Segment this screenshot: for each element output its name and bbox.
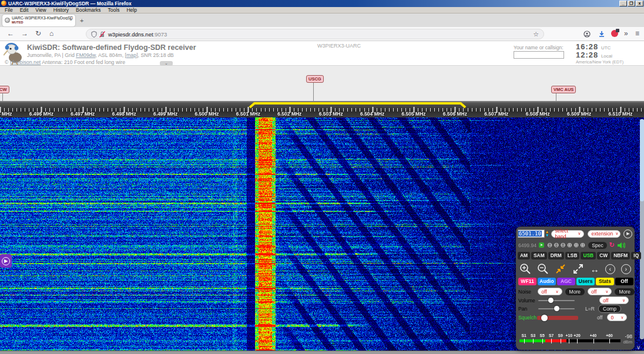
header-collapse-button[interactable]: ⌄ (160, 61, 173, 66)
smeter-label: S7 (549, 333, 554, 338)
menu-history[interactable]: History (53, 7, 69, 13)
account-icon[interactable] (583, 31, 591, 38)
reload-icon[interactable]: ↻ (35, 29, 41, 38)
panel-tab-wf11[interactable]: WF11 (518, 278, 536, 285)
new-tab-button[interactable]: + (80, 17, 83, 24)
zoom-in-step-icon[interactable]: ⊕ (573, 242, 579, 248)
panel-collapse-chevron[interactable]: ∨ (636, 344, 640, 350)
band-marker-vmc-aus[interactable]: VMC AUS (551, 86, 576, 93)
grid-link[interactable]: FM09dw (76, 52, 95, 58)
frequency-scale[interactable] (0, 101, 644, 117)
squelch-tail-dropdown[interactable]: 0∨ (607, 313, 627, 321)
scrollbar-thumb[interactable] (640, 119, 644, 201)
browser-tab[interactable]: UARC-W3PIERX3-KiwiFlyDogSDR MUTED × (2, 15, 75, 26)
shift-band-icon[interactable]: ↔ (591, 264, 599, 274)
mode-button-am[interactable]: AM (518, 252, 530, 259)
tab-favicon-icon (5, 18, 10, 23)
bookmark-star-icon[interactable]: ☆ (533, 31, 539, 38)
band-marker-cw[interactable]: CW (0, 86, 9, 93)
expand-icon[interactable] (572, 263, 584, 275)
menu-help[interactable]: Help (126, 7, 136, 13)
url-host[interactable]: w3piesdr.ddns.net (108, 31, 153, 38)
noise-filter-dropdown[interactable]: off∨ (588, 288, 612, 295)
noise-more-button[interactable]: More (565, 288, 585, 295)
mode-button-lsb[interactable]: LSB (565, 252, 580, 259)
restore-button[interactable]: ❐ (628, 1, 635, 6)
extension-badge-icon[interactable] (611, 30, 618, 37)
menu-bookmarks[interactable]: Bookmarks (76, 7, 101, 13)
smeter-label: S9 (558, 333, 562, 338)
zoom-in-step-icon[interactable]: ⊕ (580, 242, 585, 248)
frequency-input[interactable]: 6501.10 (518, 230, 545, 238)
extension-dropdown[interactable]: extension∨ (588, 230, 620, 238)
step-left-icon[interactable]: ‹ (605, 264, 615, 274)
home-icon[interactable]: ⌂ (49, 29, 53, 38)
map-link[interactable]: map (126, 52, 136, 58)
open-control-panel-button[interactable]: ▶ (0, 254, 12, 268)
mode-button-nbfm[interactable]: NBFM (611, 252, 630, 259)
url-port[interactable]: :9073 (153, 31, 167, 38)
panel-tab-off[interactable]: Off (615, 278, 633, 285)
comp-button[interactable]: Comp (598, 305, 621, 313)
zoom-in-step-icon[interactable]: ⊕ (567, 242, 572, 248)
download-icon[interactable] (598, 31, 605, 38)
noise-filter-more-button[interactable]: More (615, 288, 635, 295)
tab-muted-badge[interactable]: MUTED (12, 21, 73, 24)
page-scrollbar[interactable] (640, 119, 644, 339)
window-titlebar[interactable]: UARC-W3PIERX3-KiwiFlyDogSDR — Mozilla Fi… (0, 0, 644, 7)
back-icon[interactable]: ← (7, 29, 14, 38)
forward-icon[interactable]: → (21, 29, 28, 38)
antenna-info: © bluebison.net Antenna: 210 Foot end fe… (5, 59, 125, 65)
zoom-in-icon[interactable] (519, 263, 531, 275)
menu-file[interactable]: File (5, 7, 13, 13)
hamburger-menu-icon[interactable]: ≡ (635, 29, 639, 38)
volume-label: Volume (518, 298, 538, 304)
mode-button-sam[interactable]: SAM (531, 252, 547, 259)
volume-slider[interactable] (538, 298, 575, 304)
freq-down-icon[interactable]: ▼ (545, 234, 549, 237)
close-button[interactable]: x (636, 1, 643, 6)
pan-slider[interactable] (538, 306, 575, 312)
panel-tab-agc[interactable]: AGC (557, 278, 575, 285)
select-band-dropdown[interactable]: select band∨ (551, 230, 584, 238)
mute-dropdown[interactable]: off∨ (599, 296, 629, 304)
menu-tools[interactable]: Tools (108, 7, 120, 13)
zoom-out-icon[interactable] (537, 263, 549, 275)
menu-view[interactable]: View (35, 7, 46, 13)
mode-button-iq[interactable]: IQ (631, 252, 641, 259)
shield-icon[interactable] (91, 31, 97, 38)
zoom-to-passband-icon[interactable] (555, 263, 566, 275)
audio-fft-icon[interactable]: ↻ (609, 241, 615, 249)
callsign-input[interactable] (514, 51, 564, 59)
zoom-out-step-icon[interactable]: ⊖ (560, 242, 565, 248)
band-marker-uscg[interactable]: USCG (306, 75, 324, 83)
squelch-slider[interactable] (537, 315, 578, 321)
menu-edit[interactable]: Edit (20, 7, 29, 13)
link-icon[interactable]: ➤ (539, 242, 544, 248)
navigation-bar: ← → ↻ ⌂ w3piesdr.ddns.net:9073 ☆ » ≡ (0, 27, 644, 41)
audio-start-button[interactable]: ▶ (623, 230, 632, 238)
mode-button-cw[interactable]: CW (597, 252, 610, 259)
panel-tab-stats[interactable]: Stats (596, 278, 614, 285)
step-right-icon[interactable]: › (621, 264, 631, 274)
panel-tab-audio[interactable]: Audio (538, 278, 556, 285)
insecure-lock-icon[interactable] (99, 31, 105, 38)
minimize-button[interactable]: _ (619, 1, 627, 6)
smeter-label: S3 (531, 333, 535, 338)
url-bar[interactable]: w3piesdr.ddns.net:9073 ☆ (86, 29, 544, 39)
bluebison-link[interactable]: bluebison.net (10, 59, 41, 65)
noise-blanker-dropdown[interactable]: off∨ (538, 288, 562, 295)
spec-button[interactable]: Spec (588, 242, 607, 249)
tab-close-icon[interactable]: × (69, 18, 72, 22)
speaker-icon[interactable] (617, 242, 625, 249)
panel-tab-users[interactable]: Users (576, 278, 595, 285)
mode-button-usb[interactable]: USB (581, 252, 596, 259)
pan-balance-label: L=R (585, 306, 595, 312)
band-label-strip: CWUSCGVMC AUS (0, 66, 644, 101)
zoom-out-step-icon[interactable]: ⊖ (554, 242, 559, 248)
overflow-icon[interactable]: » (624, 29, 628, 38)
smeter-label: +10 (566, 333, 573, 338)
zoom-out-step-icon[interactable]: ⊖ (547, 242, 552, 248)
signal-level-unit: dBm (623, 339, 632, 345)
mode-button-drm[interactable]: DRM (548, 252, 564, 259)
